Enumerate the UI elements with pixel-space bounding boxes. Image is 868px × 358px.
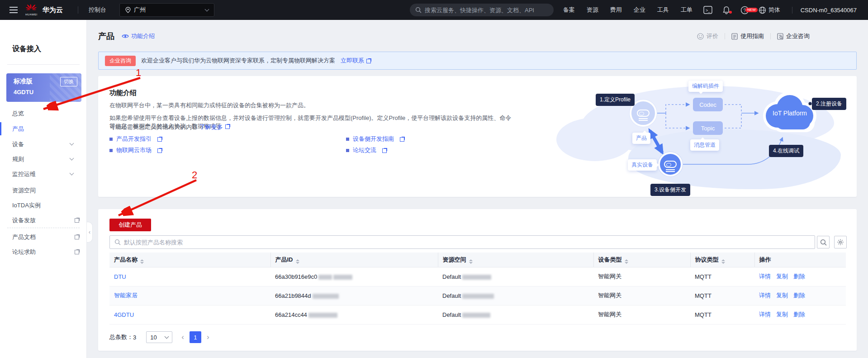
topic-tooltip: 消息管道 — [690, 139, 719, 151]
detail-link[interactable]: 详情 — [759, 310, 771, 319]
banner-contact-link[interactable]: 立即联系 — [341, 57, 371, 65]
sidebar-dashed-divider — [7, 228, 80, 228]
external-link-icon — [157, 148, 162, 153]
topbar-link-resources[interactable]: 资源 — [581, 6, 604, 14]
help-icon[interactable]: ? NEW — [735, 6, 754, 14]
topbar-link-billing[interactable]: 费用 — [604, 6, 628, 14]
brand-name[interactable]: 华为云 — [43, 0, 63, 20]
region-selector[interactable]: 广州 — [119, 3, 214, 17]
delete-link[interactable]: 删除 — [793, 291, 805, 300]
link-device-dev-guide[interactable]: 设备侧开发指南 — [346, 135, 405, 143]
sort-icon[interactable] — [140, 259, 144, 264]
instance-switch-button[interactable]: 切换 — [60, 77, 77, 86]
enterprise-consult-button[interactable]: 企业咨询 — [777, 32, 810, 40]
console-link[interactable]: 控制台 — [89, 0, 106, 20]
diagram-step4-badge: 4.在线调试 — [769, 145, 803, 157]
next-page-button[interactable]: › — [204, 333, 212, 342]
topbar-link-tools[interactable]: 工具 — [651, 6, 675, 14]
col-actions: 操作 — [754, 253, 846, 267]
feedback-button[interactable]: 评价 — [697, 32, 718, 40]
sort-icon[interactable] — [721, 259, 725, 264]
link-iot-marketplace[interactable]: 物联网云市场 — [109, 146, 162, 154]
main-content: 产品 功能介绍 评价 使用指南 企业咨询 企业咨询 欢迎企业客户与我们华为云物联… — [87, 20, 868, 358]
copy-link[interactable]: 复制 — [776, 291, 788, 300]
page-header: 产品 功能介绍 评价 使用指南 企业咨询 — [98, 29, 857, 43]
global-search-input[interactable] — [425, 7, 542, 14]
user-guide-button[interactable]: 使用指南 — [731, 32, 764, 40]
col-resource-space[interactable]: 资源空间 — [438, 253, 593, 267]
link-product-dev-guide[interactable]: 产品开发指引 — [109, 135, 162, 143]
product-name-link[interactable]: 智能家居 — [114, 292, 138, 299]
sidebar-item-overview[interactable]: 总览 — [0, 106, 87, 121]
search-submit-button[interactable] — [817, 236, 830, 248]
huawei-logo-text: HUAWEI — [25, 13, 38, 16]
real-device-icon — [658, 152, 683, 177]
page-size-select[interactable]: 10 — [146, 331, 172, 343]
chevron-down-icon — [70, 141, 74, 146]
topbar-link-enterprise[interactable]: 企业 — [628, 6, 651, 14]
total-label: 总条数： — [109, 333, 133, 341]
product-name-link[interactable]: 4GDTU — [114, 311, 134, 318]
delete-link[interactable]: 删除 — [793, 310, 805, 319]
prev-page-button[interactable]: ‹ — [179, 333, 187, 342]
sidebar-item-products[interactable]: 产品 — [0, 121, 87, 136]
detail-link[interactable]: 详情 — [759, 291, 771, 300]
cli-terminal-icon[interactable]: >_ — [698, 6, 717, 14]
redacted-text — [462, 294, 494, 299]
col-device-type[interactable]: 设备类型 — [593, 253, 690, 267]
learn-more-link[interactable]: 了解更多 — [199, 124, 230, 130]
topbar-right-group: 备案 资源 费用 企业 工具 工单 >_ ? NEW 简体 CSDN-m0_63… — [557, 0, 857, 20]
sidebar-item-devices[interactable]: 设备 — [0, 137, 87, 152]
detail-link[interactable]: 详情 — [759, 272, 771, 281]
sort-icon[interactable] — [296, 259, 299, 264]
product-search-input[interactable] — [124, 239, 810, 246]
product-label: 产品 — [632, 133, 650, 144]
sidebar-item-monitoring[interactable]: 监控运维 — [0, 167, 87, 181]
sidebar-item-product-docs[interactable]: 产品文档 — [0, 229, 87, 244]
sidebar-item-rules[interactable]: 规则 — [0, 152, 87, 167]
sort-icon[interactable] — [469, 259, 473, 264]
language-selector[interactable]: 简体 — [754, 6, 785, 14]
copy-link[interactable]: 复制 — [776, 310, 788, 319]
col-product-id[interactable]: 产品ID — [270, 253, 438, 267]
topbar-link-beian[interactable]: 备案 — [557, 6, 581, 14]
product-name-link[interactable]: DTU — [114, 273, 126, 280]
table-footer: 总条数： 3 10 ‹ 1 › — [109, 331, 212, 343]
banner-badge: 企业咨询 — [105, 56, 136, 66]
notifications-bell-icon[interactable] — [717, 6, 735, 14]
protocol-type: MQTT — [695, 311, 711, 318]
table-settings-button[interactable] — [834, 236, 847, 248]
enterprise-consult-banner: 企业咨询 欢迎企业客户与我们华为云物联网资深专家联系，定制专属物联网解决方案 立… — [98, 52, 857, 70]
sort-icon[interactable] — [625, 259, 628, 264]
instance-card[interactable]: 标准版 切换 4GDTU — [6, 73, 81, 102]
col-product-name[interactable]: 产品名称 — [109, 253, 270, 267]
link-forum[interactable]: 论坛交流 — [346, 146, 387, 154]
feature-intro-link[interactable]: 功能介绍 — [122, 32, 155, 40]
device-type: 智能网关 — [598, 292, 621, 299]
page-number-1[interactable]: 1 — [190, 331, 201, 343]
col-protocol[interactable]: 协议类型 — [690, 253, 754, 267]
sidebar-item-forum-help[interactable]: 论坛求助 — [0, 244, 87, 259]
account-name[interactable]: CSDN-m0_63540067 — [792, 7, 857, 14]
search-icon — [820, 239, 827, 246]
global-search[interactable] — [410, 4, 554, 16]
sidebar-item-iotda-instances[interactable]: IoTDA实例 — [0, 198, 87, 213]
topbar-link-tickets[interactable]: 工单 — [675, 6, 698, 14]
bullet-square — [346, 149, 349, 152]
instance-name: 4GDTU — [14, 89, 33, 95]
sidebar-item-resource-spaces[interactable]: 资源空间 — [0, 183, 87, 198]
create-product-button[interactable]: 创建产品 — [109, 219, 151, 231]
eye-icon — [122, 33, 129, 39]
copy-link[interactable]: 复制 — [776, 272, 788, 281]
bullet-square — [109, 149, 113, 152]
hamburger-menu-icon[interactable] — [8, 0, 19, 20]
table-row: 智能家居 66a21b9844d Default 智能网关 MQTT 详情复制删… — [109, 286, 846, 305]
external-link-icon — [75, 218, 80, 223]
sidebar-collapse-button[interactable]: ‹ — [87, 222, 93, 243]
product-search-bar[interactable] — [109, 235, 815, 249]
product-table: 产品名称 产品ID 资源空间 设备类型 协议类型 操作 DTU 66a30b91… — [109, 253, 846, 325]
huawei-logo[interactable]: HUAWEI — [25, 0, 38, 20]
sidebar-item-device-provisioning[interactable]: 设备发放 — [0, 213, 87, 228]
topbar-divider — [78, 6, 78, 14]
delete-link[interactable]: 删除 — [793, 272, 805, 281]
